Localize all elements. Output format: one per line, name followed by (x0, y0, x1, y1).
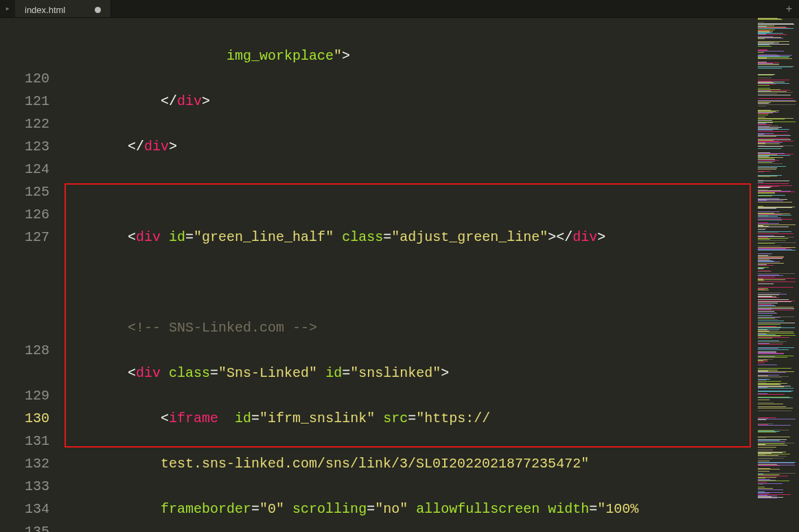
line-number (0, 248, 49, 271)
line-number: 122 (0, 113, 49, 135)
line-number (0, 362, 49, 384)
tab-bar: ▸ index.html + (0, 0, 799, 18)
line-number: 125 (0, 181, 49, 203)
line-number: 123 (0, 135, 49, 158)
line-number: 126 (0, 203, 49, 226)
tab-dirty-indicator (95, 7, 101, 13)
tab-explorer-icon[interactable]: ▸ (0, 0, 15, 17)
line-number: 132 (0, 452, 49, 475)
tab-filename: index.html (25, 5, 65, 15)
line-number-gutter[interactable]: 120 121 122 123 124 125 126 127 128 129 … (0, 18, 62, 532)
line-number-current: 130 (0, 407, 49, 430)
line-number: 120 (0, 67, 49, 90)
code-editor[interactable]: img_workplace"> </div> </div> <div id="g… (62, 18, 754, 532)
file-tab-active[interactable]: index.html (15, 0, 111, 17)
line-number: 131 (0, 430, 49, 452)
line-number: 134 (0, 498, 49, 520)
line-number: 127 (0, 226, 49, 248)
line-number (0, 316, 49, 339)
line-number: 121 (0, 90, 49, 113)
line-number (0, 22, 49, 45)
add-tab-button[interactable]: + (782, 1, 796, 16)
line-number: 133 (0, 475, 49, 498)
line-number: 135 (0, 520, 49, 532)
minimap[interactable] (756, 18, 799, 532)
line-number: 128 (0, 339, 49, 362)
line-number: 124 (0, 158, 49, 181)
line-number: 129 (0, 384, 49, 407)
line-number (0, 271, 49, 294)
line-number (0, 45, 49, 67)
editor-area: 120 121 122 123 124 125 126 127 128 129 … (0, 18, 799, 532)
line-number (0, 294, 49, 316)
